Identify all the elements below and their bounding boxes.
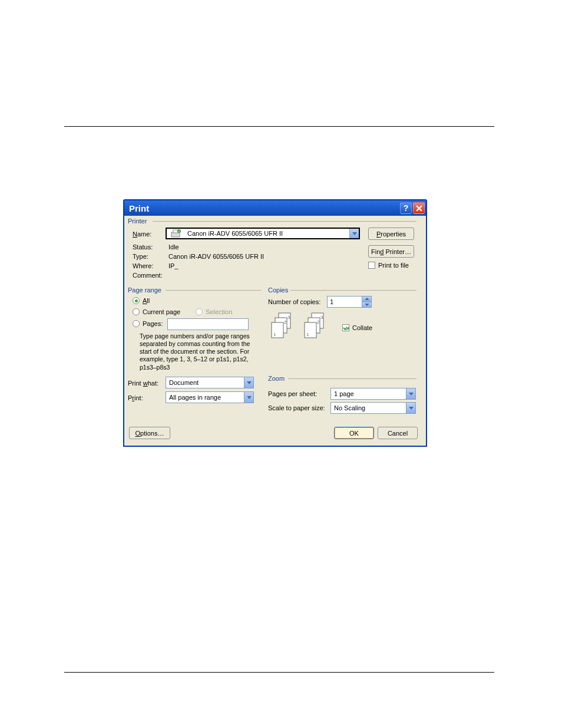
- radio-current-page[interactable]: Current page: [133, 308, 180, 315]
- spinner-down[interactable]: [362, 302, 371, 308]
- chevron-down-icon[interactable]: [406, 388, 415, 399]
- radio-selection: Selection: [196, 308, 232, 315]
- window-title: Print: [129, 203, 399, 213]
- svg-text:3: 3: [320, 315, 323, 320]
- num-copies-label: Number of copies:: [268, 298, 320, 305]
- find-printer-button[interactable]: Find Printer…: [368, 245, 414, 258]
- print-combo[interactable]: All pages in range: [166, 391, 254, 403]
- page-rule-top: [64, 126, 494, 127]
- radio-current-page-label: Current page: [143, 308, 180, 315]
- chevron-down-icon[interactable]: [244, 377, 253, 388]
- printer-icon: [170, 229, 183, 238]
- options-button[interactable]: Options…: [129, 427, 170, 439]
- copies-group-label: Copies: [268, 286, 288, 294]
- radio-all[interactable]: All: [133, 297, 150, 304]
- ok-button[interactable]: OK: [334, 427, 374, 439]
- status-value: Idle: [168, 243, 179, 251]
- svg-text:1: 1: [306, 332, 309, 337]
- titlebar[interactable]: Print ?: [124, 200, 426, 216]
- scale-label: Scale to paper size:: [268, 404, 325, 411]
- collate-illustration-icon: 3 2 1 3 2 1: [270, 312, 335, 338]
- svg-text:2: 2: [284, 319, 287, 325]
- print-to-file-checkbox[interactable]: Print to file: [368, 262, 409, 269]
- num-copies-spinner[interactable]: [327, 296, 372, 308]
- print-what-value: Document: [169, 379, 199, 386]
- pages-per-sheet-label: Pages per sheet:: [268, 390, 317, 397]
- zoom-group-label: Zoom: [268, 375, 285, 382]
- chevron-down-icon[interactable]: [406, 403, 415, 413]
- print-dialog: Print ? Printer Name: Canon iR-ADV 6055/…: [123, 199, 427, 447]
- print-label: Print:: [128, 394, 143, 401]
- print-to-file-label: Print to file: [378, 262, 409, 269]
- name-label: Name:: [133, 230, 151, 238]
- page-range-hint: Type page numbers and/or page ranges sep…: [140, 332, 263, 371]
- cancel-button[interactable]: Cancel: [378, 427, 418, 439]
- svg-rect-1: [173, 230, 178, 233]
- svg-text:2: 2: [317, 319, 320, 325]
- print-what-combo[interactable]: Document: [166, 377, 254, 388]
- svg-text:3: 3: [287, 315, 290, 320]
- pages-per-sheet-value: 1 page: [334, 390, 354, 397]
- chevron-down-icon[interactable]: [349, 229, 359, 238]
- radio-pages-label: Pages:: [143, 320, 163, 327]
- scale-value: No Scaling: [334, 404, 365, 411]
- page-range-group-label: Page range: [128, 286, 161, 294]
- page-rule-bottom: [64, 672, 494, 673]
- comment-label: Comment:: [133, 272, 163, 279]
- svg-text:1: 1: [273, 332, 276, 337]
- close-button[interactable]: [413, 202, 425, 214]
- collate-label: Collate: [352, 324, 372, 331]
- radio-pages[interactable]: Pages:: [133, 320, 163, 327]
- type-label: Type:: [133, 253, 148, 260]
- properties-button[interactable]: Properties: [368, 228, 414, 240]
- printer-name-combo[interactable]: Canon iR-ADV 6055/6065 UFR II: [166, 228, 360, 239]
- printer-name-value: Canon iR-ADV 6055/6065 UFR II: [187, 230, 283, 237]
- scale-combo[interactable]: No Scaling: [330, 402, 416, 414]
- printer-group-label: Printer: [128, 218, 147, 225]
- print-what-label: Print what:: [128, 380, 158, 387]
- dialog-content: Printer Name: Canon iR-ADV 6055/6065 UFR…: [124, 216, 426, 446]
- pages-input[interactable]: [167, 318, 249, 330]
- where-label: Where:: [133, 262, 153, 269]
- type-value: Canon iR-ADV 6055/6065 UFR II: [168, 253, 264, 260]
- pages-per-sheet-combo[interactable]: 1 page: [330, 388, 416, 400]
- where-value: IP_: [168, 262, 178, 269]
- collate-checkbox[interactable]: Collate: [342, 324, 372, 331]
- num-copies-input[interactable]: [328, 297, 362, 307]
- print-value: All pages in range: [169, 394, 221, 401]
- help-button[interactable]: ?: [400, 202, 412, 214]
- spinner-up[interactable]: [362, 297, 371, 302]
- status-label: Status:: [133, 243, 153, 251]
- radio-selection-label: Selection: [206, 308, 232, 315]
- chevron-down-icon[interactable]: [244, 392, 253, 403]
